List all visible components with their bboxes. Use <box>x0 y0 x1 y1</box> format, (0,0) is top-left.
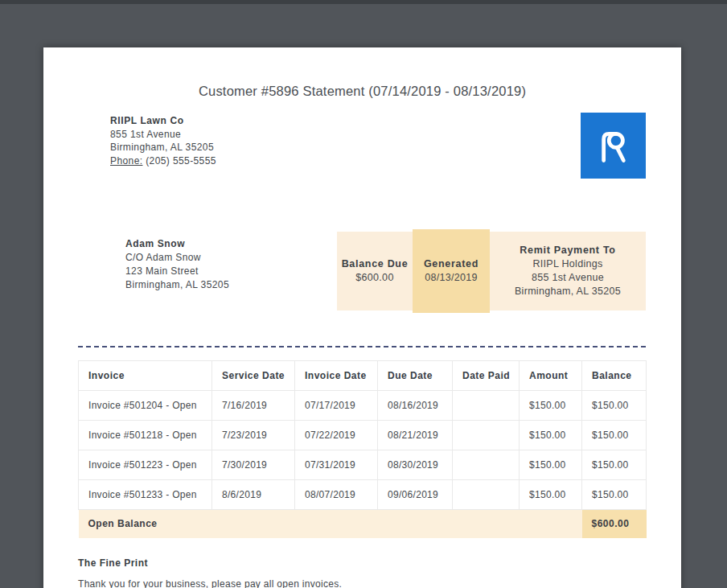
header-date-paid: Date Paid <box>453 361 520 391</box>
dashed-divider <box>78 346 646 347</box>
header-balance: Balance <box>582 361 647 391</box>
statement-page: Customer #5896 Statement (07/14/2019 - 0… <box>43 47 681 588</box>
statement-summary: Balance Due $600.00 Generated 08/13/2019… <box>337 232 646 310</box>
page-title: Customer #5896 Statement (07/14/2019 - 0… <box>43 84 681 99</box>
remit-address1: 855 1st Avenue <box>532 271 604 285</box>
cell-invoice: Invoice #501218 - Open <box>79 421 212 450</box>
generated-value: 08/13/2019 <box>425 271 478 285</box>
open-balance-label: Open Balance <box>79 510 582 538</box>
cell-invoice-date: 08/07/2019 <box>295 480 378 510</box>
customer-info: Adam Snow C/O Adam Snow 123 Main Street … <box>125 237 229 292</box>
customer-street: 123 Main Street <box>125 265 229 278</box>
company-phone-line: Phone: (205) 555-5555 <box>110 154 216 168</box>
company-info: RIIPL Lawn Co 855 1st Avenue Birmingham,… <box>110 114 216 167</box>
r-logo-icon <box>598 129 629 163</box>
cell-service-date: 7/23/2019 <box>212 421 295 450</box>
cell-invoice-date: 07/17/2019 <box>295 391 378 421</box>
table-header-row: Invoice Service Date Invoice Date Due Da… <box>79 361 647 391</box>
phone-label: Phone: <box>110 155 142 167</box>
fine-print-heading: The Fine Print <box>78 557 148 569</box>
header-service-date: Service Date <box>212 361 295 391</box>
balance-due-label: Balance Due <box>342 257 409 271</box>
cell-due-date: 08/21/2019 <box>378 421 453 450</box>
customer-name: Adam Snow <box>125 237 229 251</box>
generated-label: Generated <box>424 257 479 271</box>
header-amount: Amount <box>520 361 582 391</box>
remit-address2: Birmingham, AL 35205 <box>515 285 621 298</box>
cell-balance: $150.00 <box>582 480 647 510</box>
cell-invoice: Invoice #501233 - Open <box>79 480 212 510</box>
cell-due-date: 08/30/2019 <box>378 450 453 480</box>
company-address-line1: 855 1st Avenue <box>110 128 216 142</box>
balance-due-box: Balance Due $600.00 <box>337 232 413 310</box>
customer-care-of: C/O Adam Snow <box>125 251 229 265</box>
table-row: Invoice #501218 - Open 7/23/2019 07/22/2… <box>79 421 647 450</box>
cell-invoice: Invoice #501204 - Open <box>79 391 212 421</box>
remit-label: Remit Payment To <box>520 244 615 257</box>
cell-service-date: 7/16/2019 <box>212 391 295 421</box>
balance-due-value: $600.00 <box>355 271 393 285</box>
header-invoice: Invoice <box>79 361 212 391</box>
cell-amount: $150.00 <box>520 391 582 421</box>
cell-due-date: 09/06/2019 <box>378 480 453 510</box>
cell-service-date: 7/30/2019 <box>212 450 295 480</box>
cell-service-date: 8/6/2019 <box>212 480 295 510</box>
table-row: Invoice #501204 - Open 7/16/2019 07/17/2… <box>79 391 647 421</box>
cell-invoice-date: 07/31/2019 <box>295 450 378 480</box>
generated-box: Generated 08/13/2019 <box>413 229 490 313</box>
remit-name: RIIPL Holdings <box>532 257 602 271</box>
cell-date-paid <box>453 421 520 450</box>
fine-print-text: Thank you for your business, please pay … <box>78 578 342 588</box>
cell-due-date: 08/16/2019 <box>378 391 453 421</box>
company-logo <box>581 113 646 179</box>
table-row: Invoice #501233 - Open 8/6/2019 08/07/20… <box>79 480 647 510</box>
cell-invoice: Invoice #501223 - Open <box>79 450 212 480</box>
header-due-date: Due Date <box>378 361 453 391</box>
cell-date-paid <box>453 391 520 421</box>
customer-city-state-zip: Birmingham, AL 35205 <box>125 278 229 292</box>
company-address-line2: Birmingham, AL 35205 <box>110 141 216 154</box>
cell-balance: $150.00 <box>582 421 647 450</box>
table-row: Invoice #501223 - Open 7/30/2019 07/31/2… <box>79 450 647 480</box>
cell-amount: $150.00 <box>520 480 582 510</box>
viewer-top-strip <box>0 0 727 4</box>
open-balance-value: $600.00 <box>582 510 647 538</box>
open-balance-row: Open Balance $600.00 <box>79 510 647 538</box>
invoice-table: Invoice Service Date Invoice Date Due Da… <box>78 360 647 538</box>
remit-payment-box: Remit Payment To RIIPL Holdings 855 1st … <box>490 232 646 310</box>
cell-invoice-date: 07/22/2019 <box>295 421 378 450</box>
cell-balance: $150.00 <box>582 450 647 480</box>
cell-amount: $150.00 <box>520 450 582 480</box>
header-invoice-date: Invoice Date <box>295 361 378 391</box>
cell-balance: $150.00 <box>582 391 647 421</box>
phone-number: (205) 555-5555 <box>146 155 216 167</box>
cell-amount: $150.00 <box>520 421 582 450</box>
company-name: RIIPL Lawn Co <box>110 114 216 128</box>
cell-date-paid <box>453 480 520 510</box>
cell-date-paid <box>453 450 520 480</box>
